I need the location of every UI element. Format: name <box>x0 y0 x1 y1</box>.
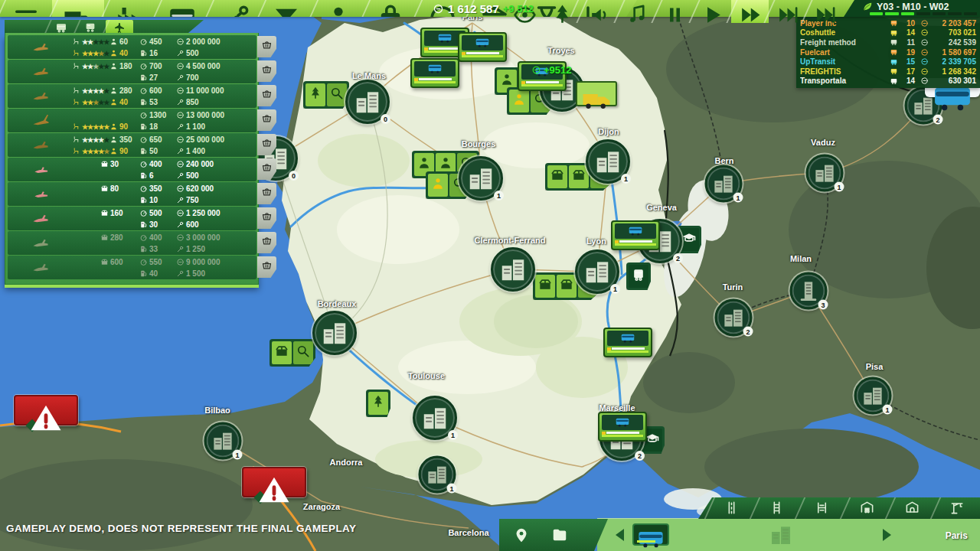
passenger-icon <box>109 122 118 131</box>
shop-tab[interactable] <box>106 20 133 33</box>
build-tool-button[interactable] <box>754 497 799 519</box>
city-marker[interactable] <box>491 247 535 292</box>
shop-row[interactable]: ★★★★★ 280 600 11 000 000 ★★★★★ 40 53 850 <box>8 84 256 108</box>
bus-vehicle-marker[interactable] <box>458 32 507 62</box>
roadwork-warning-marker[interactable] <box>14 395 78 425</box>
time-control-button[interactable] <box>656 0 694 23</box>
demand-chip[interactable] <box>293 341 313 364</box>
city-marker[interactable]: 1 <box>705 165 743 203</box>
leaderboard-row[interactable]: FREIGHTIS 17 1 268 342 <box>800 67 976 77</box>
shop-tab[interactable] <box>77 20 104 33</box>
build-tool-button[interactable] <box>799 497 844 519</box>
demand-chip[interactable] <box>428 174 448 197</box>
demand-chip[interactable] <box>629 265 648 288</box>
demand-chip[interactable] <box>557 275 577 298</box>
time-control-button[interactable] <box>769 0 806 23</box>
leaderboard-row[interactable]: Coshuttle 14 703 021 <box>800 28 976 38</box>
company-name: Fuelcart <box>800 48 888 57</box>
city-label: Troyes <box>547 46 574 55</box>
nav-button[interactable] <box>551 527 568 543</box>
bus-vehicle-marker[interactable] <box>410 58 459 88</box>
time-control-button[interactable] <box>619 0 656 23</box>
demand-chip[interactable] <box>535 275 555 298</box>
city-marker[interactable]: 3 <box>790 272 828 310</box>
maintenance-stat: 1 400 <box>176 145 205 157</box>
build-tool-button[interactable] <box>935 497 980 519</box>
price-stat: 2 000 000 <box>176 36 220 47</box>
city-marker[interactable]: 0 <box>345 80 390 124</box>
time-control-button[interactable] <box>731 0 769 23</box>
shop-row[interactable]: 1300 13 000 000 ★★★★★ 90 18 1 100 <box>8 109 256 132</box>
coin-icon <box>176 160 185 168</box>
city-marker[interactable]: 1 <box>806 155 844 192</box>
prev-vehicle-arrow[interactable] <box>611 526 629 544</box>
time-control-button[interactable] <box>694 0 731 23</box>
time-control-button[interactable] <box>544 0 581 23</box>
week-progress-segment <box>964 12 977 15</box>
city-marker[interactable]: 1 <box>586 139 630 184</box>
bus-icon <box>638 527 664 551</box>
time-control-button[interactable] <box>581 0 619 23</box>
plane-icon <box>17 185 64 203</box>
coin-icon <box>920 38 929 47</box>
city-marker[interactable] <box>312 311 357 355</box>
city-marker[interactable]: 1 <box>459 156 503 201</box>
leaderboard-row[interactable]: Transportala 14 630 301 <box>800 77 976 86</box>
maintenance-stat: 500 <box>176 47 199 59</box>
bus-vehicle-marker[interactable] <box>603 328 652 357</box>
shop-row[interactable]: 600 550 9 000 000 40 1 500 <box>8 256 256 279</box>
company-name: FREIGHTIS <box>800 67 888 76</box>
shop-row[interactable]: 80 350 620 000 10 750 <box>8 182 256 206</box>
warning-triangle-icon <box>254 471 294 510</box>
time-control-button[interactable] <box>806 0 844 23</box>
bus-vehicle-marker[interactable] <box>611 220 660 250</box>
leaderboard-row[interactable]: UpTransit 15 2 339 705 <box>800 57 976 67</box>
gauge-icon <box>139 160 148 168</box>
maintenance-stat: 700 <box>176 72 199 83</box>
demand-chip[interactable] <box>272 341 292 364</box>
truck-vehicle-marker[interactable] <box>576 81 617 106</box>
price-stat: 25 000 000 <box>176 134 224 145</box>
demand-chip[interactable] <box>509 90 529 112</box>
demand-chip[interactable] <box>327 83 347 106</box>
demand-chip[interactable] <box>305 83 325 106</box>
build-tool-button[interactable] <box>709 497 754 519</box>
leaderboard-row[interactable]: Fuelcart 19 1 580 697 <box>800 47 976 57</box>
roadwork-warning-marker[interactable] <box>242 467 306 497</box>
city-marker[interactable]: 1 <box>413 396 457 440</box>
shop-row[interactable]: ★★★★★ 350 650 25 000 000 ★★★★★ 90 50 1 4… <box>8 133 256 157</box>
selected-vehicle-thumbnail[interactable] <box>632 523 669 546</box>
shop-tab[interactable] <box>47 20 75 33</box>
seat-class-icon <box>72 147 80 155</box>
city-marker[interactable]: 1 <box>419 456 456 494</box>
shop-row[interactable]: 160 500 1 250 000 30 600 <box>8 207 256 230</box>
passenger-capacity-2: 40 <box>109 47 128 59</box>
speed-stat: 400 <box>139 158 162 170</box>
demand-chip[interactable] <box>569 165 589 188</box>
shop-row[interactable]: 280 400 3 000 000 33 1 250 <box>8 231 256 255</box>
nav-button[interactable] <box>513 527 530 543</box>
city-marker[interactable]: 1 <box>575 249 619 294</box>
bus-vehicle-marker[interactable] <box>598 412 647 442</box>
shop-row[interactable]: ★★★★★ 60 450 2 000 000 ★★★★★ 40 16 500 <box>8 35 256 59</box>
vehicle-load-bar <box>612 347 645 350</box>
shop-row[interactable]: ★★★★★ 180 700 4 500 000 27 700 <box>8 60 256 83</box>
price-stat: 240 000 <box>176 158 214 170</box>
city-marker[interactable]: 2 <box>715 299 753 337</box>
city-marker[interactable]: 1 <box>204 422 242 460</box>
marker-count-badge: 1 <box>448 430 458 440</box>
marker-count-badge: 1 <box>835 182 844 192</box>
passenger-capacity: 280 <box>109 85 132 96</box>
demand-chip[interactable] <box>368 392 388 415</box>
next-vehicle-arrow[interactable] <box>877 526 896 544</box>
city-building-icon <box>498 255 528 284</box>
basket-icon <box>261 186 273 197</box>
time-controls <box>506 0 844 17</box>
shop-row[interactable]: 30 400 240 000 6 500 <box>8 158 256 181</box>
build-tool-button[interactable] <box>844 497 890 519</box>
build-tool-button[interactable] <box>890 497 935 519</box>
demand-chip[interactable] <box>547 165 567 188</box>
leaderboard-row[interactable]: Freight method 11 242 539 <box>800 37 976 47</box>
city-marker[interactable]: 1 <box>854 377 892 415</box>
fuel-icon <box>139 122 148 131</box>
